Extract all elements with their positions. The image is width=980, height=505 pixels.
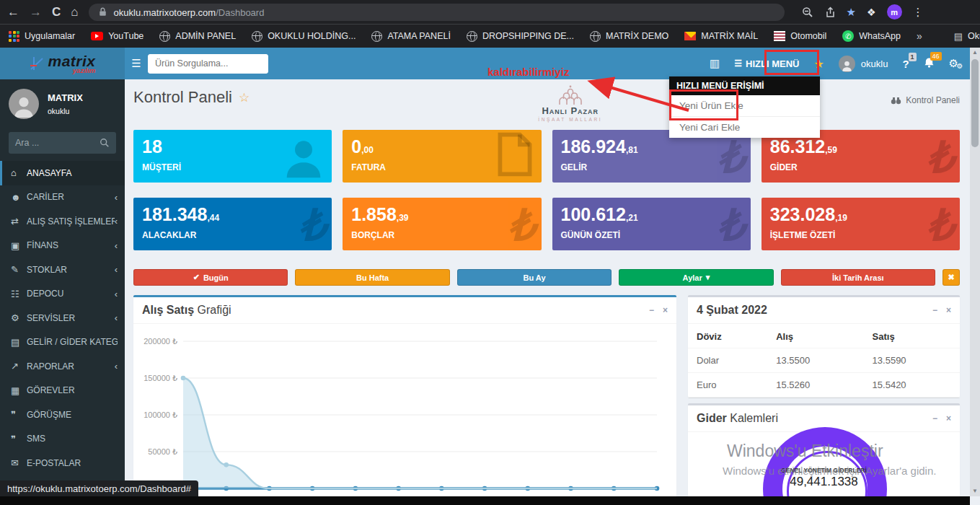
chevron-left-icon: ‹ xyxy=(115,312,118,323)
home-icon[interactable]: ⌂ xyxy=(71,6,78,18)
search-icon[interactable] xyxy=(100,138,110,148)
bookmark-youtube[interactable]: YouTube xyxy=(91,31,144,41)
bookmark-otomobil[interactable]: Otomobil xyxy=(774,31,826,41)
sidebar-item-geli-r-gi-der-kategori[interactable]: ▤GELİR / GİDER KATEGORİ xyxy=(0,330,125,355)
chart-icon: ↗ xyxy=(11,361,27,372)
sidebar-item-anasayfa[interactable]: ⌂ANASAYFA xyxy=(0,161,125,185)
forward-icon[interactable]: → xyxy=(30,6,42,18)
reload-icon[interactable]: C xyxy=(52,6,61,18)
database-icon: ☷ xyxy=(11,289,27,299)
browser-menu-icon[interactable]: ⋮ xyxy=(913,6,924,19)
sidebar-item-raporlar[interactable]: ↗RAPORLAR‹ xyxy=(0,354,125,379)
product-search-input[interactable] xyxy=(148,54,268,74)
comment-icon: ❞ xyxy=(11,409,27,420)
profile-name: MATRIX xyxy=(48,92,83,103)
sidebar-toggle[interactable]: ☰ xyxy=(125,57,148,70)
filter-button-i-ki-tarih-aras[interactable]: İki Tarih Arası xyxy=(781,269,935,286)
reading-list-icon: ▤ xyxy=(954,31,963,42)
scrollbar-down-arrow[interactable]: ▼ xyxy=(972,486,978,496)
sidebar-item-g-revler[interactable]: ▦GÖREVLER xyxy=(0,379,125,403)
expenses-minimize-button[interactable]: − xyxy=(932,413,937,423)
info-box-label: BORÇLAR xyxy=(351,230,532,240)
breadcrumb[interactable]: Kontrol Paneli xyxy=(891,95,960,105)
url-path: /Dashboard xyxy=(216,7,264,18)
file-watermark-icon xyxy=(494,131,536,180)
info-box-m-teri[interactable]: 18MÜŞTERİ xyxy=(133,130,332,183)
mail-icon xyxy=(684,32,696,40)
bookmark-star-icon[interactable]: ★ xyxy=(847,6,856,19)
lira-watermark-icon: ₺ xyxy=(927,131,954,183)
favorite-page-star-icon[interactable]: ☆ xyxy=(239,90,250,105)
user-menu[interactable]: okuklu xyxy=(839,56,888,72)
chart-close-button[interactable]: × xyxy=(663,305,668,315)
bookmark-matri-x-mai-l[interactable]: MATRİX MAİL xyxy=(684,31,758,41)
close-icon: ✖ xyxy=(948,273,954,282)
sidebar-item-sms[interactable]: ❞SMS xyxy=(0,427,125,452)
users-icon: ☻ xyxy=(11,192,27,203)
sidebar-item-cari-ler[interactable]: ☻CARİLER‹ xyxy=(0,185,125,210)
zoom-out-icon[interactable] xyxy=(802,6,813,18)
logo-graph-icon xyxy=(29,55,45,72)
bookmark-okuklu-holdi-ng[interactable]: OKUKLU HOLDİNG... xyxy=(252,31,356,42)
currency-close-button[interactable]: × xyxy=(946,305,951,315)
app-logo[interactable]: matrixyazılım xyxy=(0,48,125,79)
share-icon[interactable] xyxy=(824,6,836,18)
bookmarks-bar: UygulamalarYouTubeADMİN PANELOKUKLU HOLD… xyxy=(0,24,980,48)
notifications-button[interactable]: 46 xyxy=(924,57,935,71)
sidebar-item-stoklar[interactable]: ✎STOKLAR‹ xyxy=(0,258,125,282)
bookmark-uygulamalar[interactable]: Uygulamalar xyxy=(9,31,75,42)
lock-icon xyxy=(97,6,108,17)
page-title: Kontrol Paneli☆ xyxy=(133,88,250,107)
sidebar-item-ali-sati-i-lemleri[interactable]: ⇄ALIŞ SATIŞ İŞLEMLERİ‹ xyxy=(0,209,125,234)
bookmark-atama-paneli[interactable]: ATAMA PANELİ xyxy=(371,31,451,42)
expenses-panel-title: Gider Kalemleri xyxy=(697,412,778,425)
currency-minimize-button[interactable]: − xyxy=(932,305,937,315)
extensions-icon[interactable]: ❖ xyxy=(867,6,876,18)
filter-button-bug-n[interactable]: ✔Bugün xyxy=(133,269,288,286)
bookmark-matri-x-demo[interactable]: MATRİX DEMO xyxy=(590,31,668,42)
info-box-g-n-n-zeti[interactable]: 100.612,21GÜNÜN ÖZETİ₺ xyxy=(552,198,751,250)
annotation-rect-quick-menu xyxy=(764,50,819,75)
bookmarks-overflow-chevron[interactable]: » xyxy=(917,30,922,42)
scrollbar-up-arrow[interactable]: ▲ xyxy=(972,48,978,58)
chevron-left-icon: ‹ xyxy=(115,361,118,372)
chart-minimize-button[interactable]: − xyxy=(649,305,654,315)
striped-favicon xyxy=(774,31,785,41)
chart-panel-title: Alış Satış Grafiği xyxy=(142,304,231,317)
back-icon[interactable]: ← xyxy=(7,6,19,18)
info-box-bor-lar[interactable]: 1.858,39BORÇLAR₺ xyxy=(343,198,541,250)
svg-text:150000 ₺: 150000 ₺ xyxy=(144,374,177,382)
filter-button-bu-hafta[interactable]: Bu Hafta xyxy=(295,269,449,286)
info-box-label: GİDER xyxy=(770,162,951,172)
page-scrollbar[interactable]: ▲ ▼ xyxy=(970,48,980,496)
globe-icon xyxy=(252,31,262,42)
columns-icon[interactable]: ▥ xyxy=(710,57,720,70)
info-box-i-letme-zeti[interactable]: 323.028,19İŞLETME ÖZETİ₺ xyxy=(762,198,960,250)
settings-gears-icon[interactable]: ⚙⚙ xyxy=(949,57,958,70)
sidebar-item-g-r-me[interactable]: ❞GÖRÜŞME xyxy=(0,403,125,427)
filter-close-button[interactable]: ✖ xyxy=(943,269,960,286)
filter-button-aylar[interactable]: Aylar▾ xyxy=(619,269,773,286)
sidebar-item-e-postalar[interactable]: ✉E-POSTALAR xyxy=(0,451,125,475)
annotation-text: kaldırabilirmiyiz xyxy=(487,66,569,78)
sidebar-item-servi-sler[interactable]: ⚙SERVİSLER‹ xyxy=(0,306,125,330)
info-box-fatura[interactable]: 0,00FATURA xyxy=(343,130,541,183)
address-bar[interactable]: okuklu.matrixotoerp.com/Dashboard xyxy=(89,4,785,21)
bookmark-dropshipping-de[interactable]: DROPSHIPPING DE... xyxy=(467,31,574,42)
help-button[interactable]: ?1 xyxy=(902,58,909,70)
sidebar-item-fi-nans[interactable]: ▣FİNANS‹ xyxy=(0,234,125,258)
filter-button-bu-ay[interactable]: Bu Ay xyxy=(457,269,612,286)
globe-icon xyxy=(467,31,477,42)
scrollbar-thumb[interactable] xyxy=(971,59,979,147)
sidebar-search-input[interactable]: Ara ... xyxy=(9,132,116,154)
reading-list-button[interactable]: ▤ Okuma listesi xyxy=(954,31,980,42)
expenses-close-button[interactable]: × xyxy=(946,413,951,423)
info-box-alacaklar[interactable]: 181.348,44ALACAKLAR₺ xyxy=(133,198,332,250)
notification-badge: 46 xyxy=(930,52,942,61)
bookmark-whatsapp[interactable]: ✆WhatsApp xyxy=(842,30,901,42)
windows-watermark-line2: Windows'u etkinleştirmek için Ayarlar'a … xyxy=(723,465,936,477)
currency-panel-title: 4 Şubat 2022 xyxy=(697,304,767,317)
bookmark-admi-n-panel[interactable]: ADMİN PANEL xyxy=(159,31,236,42)
sidebar-item-depocu[interactable]: ☷DEPOCU‹ xyxy=(0,282,125,307)
browser-profile-avatar[interactable]: m xyxy=(887,4,902,19)
